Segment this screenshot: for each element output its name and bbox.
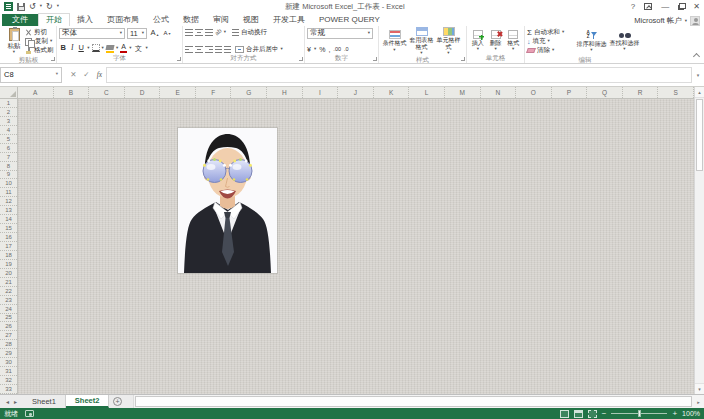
font-name-combo[interactable]: 宋体▾ xyxy=(59,28,125,39)
cancel-button[interactable]: ✕ xyxy=(67,67,80,83)
prev-sheet-icon[interactable]: ◂ xyxy=(6,398,9,405)
zoom-slider[interactable] xyxy=(611,413,667,414)
increase-indent-button[interactable] xyxy=(224,46,231,53)
bold-button[interactable]: B xyxy=(59,44,67,52)
normal-view-icon[interactable] xyxy=(560,410,569,418)
help-button[interactable]: ? xyxy=(631,2,635,11)
row-header-28[interactable]: 28 xyxy=(0,340,17,349)
scroll-up-icon[interactable]: ▴ xyxy=(695,87,704,98)
format-as-table-button[interactable]: 套用表格格式▾ xyxy=(408,27,435,56)
conditional-formatting-button[interactable]: 条件格式▾ xyxy=(381,27,408,56)
column-header-C[interactable]: C xyxy=(89,87,125,98)
align-center-button[interactable] xyxy=(195,46,203,53)
page-layout-view-icon[interactable] xyxy=(574,410,583,418)
row-header-3[interactable]: 3 xyxy=(0,117,17,126)
zoom-slider-thumb[interactable] xyxy=(638,410,641,417)
clear-button[interactable]: 清除▾ xyxy=(527,46,575,55)
column-header-F[interactable]: F xyxy=(196,87,232,98)
sort-filter-button[interactable]: AZ 排序和筛选 ▾ xyxy=(575,27,608,56)
expand-formula-bar-icon[interactable]: ▾ xyxy=(692,67,704,83)
redo-icon[interactable]: ↻ xyxy=(46,3,53,11)
row-header-19[interactable]: 19 xyxy=(0,260,17,269)
number-format-combo[interactable]: 常规▾ xyxy=(307,28,373,39)
number-dialog-launcher[interactable] xyxy=(373,57,377,61)
row-header-13[interactable]: 13 xyxy=(0,206,17,215)
align-top-button[interactable] xyxy=(185,29,193,36)
increase-decimal-button[interactable]: .00 xyxy=(333,46,341,52)
row-header-30[interactable]: 30 xyxy=(0,358,17,367)
find-select-button[interactable]: 查找和选择 ▾ xyxy=(608,27,641,56)
row-header-16[interactable]: 16 xyxy=(0,233,17,242)
ribbon-tab-insert[interactable]: 插入 xyxy=(70,14,100,26)
account-menu[interactable]: Microsoft 帐户 ▾ xyxy=(634,16,704,26)
row-header-2[interactable]: 2 xyxy=(0,108,17,117)
row-header-31[interactable]: 31 xyxy=(0,367,17,376)
cell-styles-button[interactable]: 单元格样式▾ xyxy=(435,27,462,56)
macro-record-icon[interactable] xyxy=(25,410,34,417)
zoom-level[interactable]: 100% xyxy=(682,410,700,417)
wrap-text-button[interactable]: 自动换行 xyxy=(232,28,267,37)
name-box[interactable]: C8▾ xyxy=(0,67,62,83)
ribbon-tab-view[interactable]: 视图 xyxy=(236,14,266,26)
enter-button[interactable]: ✓ xyxy=(80,67,93,83)
styles-dialog-launcher[interactable] xyxy=(461,57,465,61)
fill-color-button[interactable] xyxy=(106,44,114,53)
align-bottom-button[interactable] xyxy=(205,29,213,36)
orientation-button[interactable]: ab xyxy=(214,28,223,37)
save-icon[interactable] xyxy=(17,3,25,11)
row-header-9[interactable]: 9 xyxy=(0,171,17,180)
row-header-10[interactable]: 10 xyxy=(0,179,17,188)
percent-format-button[interactable]: % xyxy=(319,46,325,53)
column-header-R[interactable]: R xyxy=(623,87,659,98)
row-header-18[interactable]: 18 xyxy=(0,251,17,260)
column-header-A[interactable]: A xyxy=(18,87,54,98)
align-left-button[interactable] xyxy=(185,46,193,53)
row-header-7[interactable]: 7 xyxy=(0,153,17,162)
ribbon-tab-review[interactable]: 审阅 xyxy=(206,14,236,26)
borders-dropdown-icon[interactable]: ▾ xyxy=(102,46,104,51)
font-color-dropdown-icon[interactable]: ▾ xyxy=(129,46,131,51)
column-header-D[interactable]: D xyxy=(125,87,161,98)
cut-button[interactable]: 剪切 xyxy=(25,28,54,37)
row-header-25[interactable]: 25 xyxy=(0,314,17,323)
row-header-12[interactable]: 12 xyxy=(0,197,17,206)
zoom-out-button[interactable]: − xyxy=(602,410,607,418)
comma-format-button[interactable]: , xyxy=(328,46,330,53)
page-break-view-icon[interactable] xyxy=(588,410,597,418)
row-header-33[interactable]: 33 xyxy=(0,385,17,394)
minimize-button[interactable]: — xyxy=(661,2,669,11)
copy-button[interactable]: 复制▾ xyxy=(25,37,54,46)
column-header-Q[interactable]: Q xyxy=(587,87,623,98)
column-header-M[interactable]: M xyxy=(445,87,481,98)
ribbon-tab-developer[interactable]: 开发工具 xyxy=(266,14,312,26)
currency-format-button[interactable]: ¥ xyxy=(307,46,311,53)
row-header-32[interactable]: 32 xyxy=(0,376,17,385)
select-all-corner[interactable] xyxy=(0,87,18,98)
scroll-right-icon[interactable]: ▸ xyxy=(693,395,704,408)
phonetic-dropdown-icon[interactable]: ▾ xyxy=(145,46,147,51)
decrease-indent-button[interactable] xyxy=(215,46,222,53)
scroll-down-icon[interactable]: ▾ xyxy=(695,383,704,394)
fill-color-dropdown-icon[interactable]: ▾ xyxy=(116,46,118,51)
vertical-scroll-thumb[interactable] xyxy=(696,99,703,171)
font-color-button[interactable]: A xyxy=(120,43,127,53)
row-header-29[interactable]: 29 xyxy=(0,349,17,358)
insert-cells-button[interactable]: 插入▾ xyxy=(469,27,487,54)
row-header-20[interactable]: 20 xyxy=(0,269,17,278)
fill-button[interactable]: ↓填充▾ xyxy=(527,37,575,46)
row-header-21[interactable]: 21 xyxy=(0,278,17,287)
column-header-S[interactable]: S xyxy=(658,87,694,98)
format-painter-button[interactable]: 格式刷 xyxy=(25,46,54,55)
merge-center-button[interactable]: 合并后居中▾ xyxy=(235,45,283,54)
sheet-tab-Sheet2[interactable]: Sheet2 xyxy=(66,395,110,408)
row-header-17[interactable]: 17 xyxy=(0,242,17,251)
sheet-tab-Sheet1[interactable]: Sheet1 xyxy=(23,395,66,408)
zoom-in-button[interactable]: + xyxy=(672,410,677,418)
excel-logo-icon[interactable] xyxy=(4,2,13,11)
column-header-J[interactable]: J xyxy=(338,87,374,98)
row-header-27[interactable]: 27 xyxy=(0,331,17,340)
row-header-8[interactable]: 8 xyxy=(0,162,17,171)
ribbon-display-options-button[interactable] xyxy=(644,3,652,10)
column-header-N[interactable]: N xyxy=(481,87,517,98)
column-header-B[interactable]: B xyxy=(54,87,90,98)
